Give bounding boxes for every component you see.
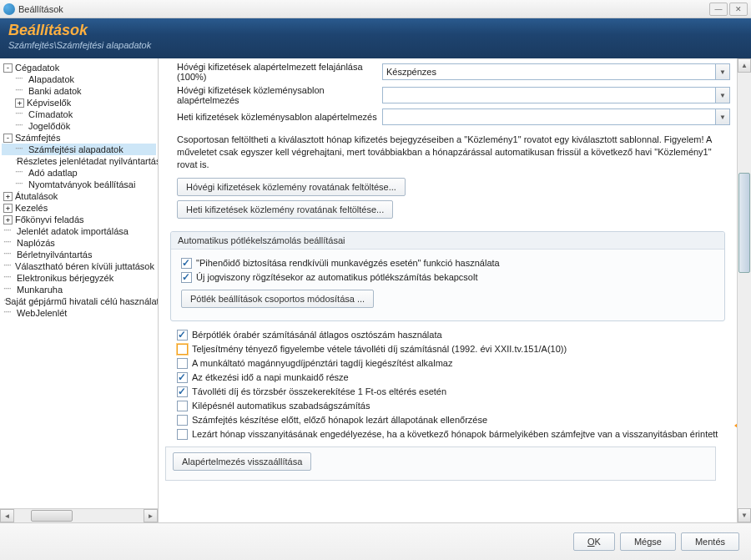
checkbox-row: Bérpótlék órabér számításánál átlagos os… [165,328,730,342]
tree-item[interactable]: Bérletnyilvántartás [2,249,156,260]
cancel-button[interactable]: Mégse [620,532,676,551]
tree-item-label: Cégadatok [15,63,59,73]
checkbox[interactable] [177,330,188,341]
tree-connector-icon [3,262,13,271]
dialog-footer: OK Mégse Mentés [0,522,751,560]
tree-item-label: Alapadatok [28,74,74,84]
tree-item[interactable]: +Kezelés [2,202,156,214]
tree-item[interactable]: -Számfejtés [2,132,156,144]
scroll-right-icon[interactable]: ► [144,509,158,522]
checkbox[interactable] [177,415,188,426]
chevron-down-icon[interactable]: ▼ [715,63,730,80]
tree-connector-icon [15,75,27,84]
dropdown-value[interactable] [382,108,715,125]
dropdown[interactable]: ▼ [382,87,730,103]
tree-item[interactable]: Jogelődök [2,120,156,132]
checkbox[interactable] [177,358,188,369]
tree-connector-icon [3,285,15,295]
minimize-button[interactable]: — [709,3,728,16]
heti-feltoltes-button[interactable]: Heti kifizetések közlemény rovatának fel… [177,200,393,219]
tree-item-label: Jelenlét adatok importálása [17,226,129,236]
tree-item[interactable]: Naplózás [2,237,156,249]
tree-item[interactable]: Választható béren kívüli juttatások [2,260,156,272]
checkbox-label: Teljesítmény tényező figyelembe vétele t… [192,344,567,354]
tree-connector-icon [15,87,27,96]
tree-connector-icon [15,110,27,119]
checkbox-label: Kilépésnél automatikus szabadságszámítás [192,401,370,411]
tree-item-label: Saját gépjármű hivatali célú használata [5,296,158,306]
expand-icon[interactable]: + [15,98,24,108]
tree-connector-icon [3,274,15,283]
dropdown[interactable]: Készpénzes▼ [382,63,730,80]
reset-defaults-button[interactable]: Alapértelmezés visszaállítása [173,452,311,471]
checkbox-label: Bérpótlék órabér számításánál átlagos os… [192,330,442,340]
checkbox-row: A munkáltató magánnyugdíjpénztári tagdíj… [165,356,730,371]
field-label: Heti kifizetések közleménysablon alapért… [165,112,382,122]
tree-item[interactable]: -Cégadatok [2,62,156,73]
tree-item[interactable]: Alapadatok [2,73,156,85]
window-title: Beállítások [18,4,709,14]
chevron-down-icon[interactable]: ▼ [715,108,730,125]
collapse-icon[interactable]: - [3,134,13,143]
tree-item-label: Adó adatlap [28,168,78,178]
breadcrumb: Számfejtés\Számfejtési alapadatok [8,40,743,50]
tree-item[interactable]: WebJelenlét [2,307,156,319]
tree-item[interactable]: Nyomtatványok beállításai [2,179,156,190]
header-banner: Beállítások Számfejtés\Számfejtési alapa… [0,18,751,58]
page-title: Beállítások [8,22,743,39]
field-label: Hóvégi kifizetések alapértelmezett felaj… [165,62,382,82]
close-button[interactable]: ✕ [729,3,748,16]
tree-item-label: Számfejtés [15,133,60,143]
collapse-icon[interactable]: - [3,63,13,73]
tree-connector-icon [3,227,15,236]
tree-item-label: Választható béren kívüli juttatások [15,261,154,271]
checkbox-row: Lezárt hónap visszanyitásának engedélyez… [165,427,730,441]
pihenoido-label: "Pihenőidő biztosítása rendkívüli munkav… [196,258,500,268]
checkbox[interactable] [177,372,188,383]
tree-item[interactable]: Banki adatok [2,85,156,97]
tree-item-label: Átutalások [15,191,58,201]
scroll-up-icon[interactable]: ▲ [738,58,751,73]
tree-item[interactable]: Részletes jelenlétadat nyilvántartás [2,155,156,167]
tree-item[interactable]: Saját gépjármű hivatali célú használata [2,295,156,307]
tree-hscrollbar[interactable]: ◄ ► [0,508,158,522]
tree-item[interactable]: Címadatok [2,108,156,120]
potlek-modositas-button[interactable]: Pótlék beállítások csoportos módosítása … [181,290,374,308]
content-vscrollbar[interactable]: ▲ ▼ [737,58,751,522]
ok-button[interactable]: OK [573,532,615,551]
scroll-down-icon[interactable]: ▼ [738,508,751,522]
scroll-left-icon[interactable]: ◄ [0,509,14,522]
tree-item[interactable]: +Képviselők [2,97,156,108]
scroll-thumb[interactable] [738,173,750,273]
expand-icon[interactable]: + [3,215,13,225]
expand-icon[interactable]: + [3,204,13,213]
checkbox-label: Az étkezési idő a napi munkaidő része [192,372,349,382]
checkbox[interactable] [177,344,188,355]
form-row: Hóvégi kifizetések alapértelmezett felaj… [165,62,730,82]
tree-item[interactable]: Munkaruha [2,284,156,295]
checkbox-row: Az étkezési idő a napi munkaidő része [165,371,730,385]
checkbox-row: Számfejtés készítése előtt, előző hónapo… [165,413,730,427]
form-row: Heti kifizetések közleménysablon alapért… [165,108,730,125]
dropdown-value[interactable]: Készpénzes [382,63,715,80]
tree-item[interactable]: Elektronikus bérjegyzék [2,272,156,284]
checkbox[interactable] [177,386,188,397]
ujjogviszony-checkbox[interactable] [181,272,192,283]
scroll-thumb[interactable] [31,510,73,522]
pihenoido-checkbox[interactable] [181,258,192,269]
dropdown-value[interactable] [382,87,715,103]
tree-item-label: Főkönyvi feladás [15,214,84,225]
hovegi-feltoltes-button[interactable]: Hóvégi kifizetések közlemény rovatának f… [177,178,406,196]
dropdown[interactable]: ▼ [382,108,730,125]
tree-item[interactable]: Jelenlét adatok importálása [2,225,156,237]
save-button[interactable]: Mentés [681,532,739,551]
expand-icon[interactable]: + [3,192,13,201]
tree-item[interactable]: Számfejtési alapadatok [2,144,156,155]
chevron-down-icon[interactable]: ▼ [715,87,730,103]
checkbox[interactable] [177,401,188,411]
checkbox[interactable] [177,429,188,440]
tree-item[interactable]: +Főkönyvi feladás [2,214,156,225]
tree-item[interactable]: +Átutalások [2,190,156,202]
tree-item-label: Nyomtatványok beállításai [28,179,135,189]
tree-item[interactable]: Adó adatlap [2,167,156,179]
